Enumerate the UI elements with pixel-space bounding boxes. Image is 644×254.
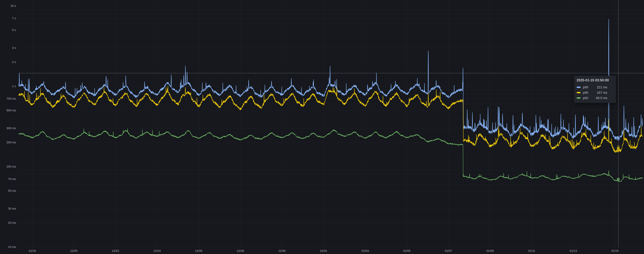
y-axis-label: 1 s — [0, 85, 16, 88]
x-axis-label: 01/15 — [611, 249, 618, 252]
tooltip-series-value: 69.5 ms — [596, 96, 613, 100]
x-axis-label: 01/09 — [486, 249, 494, 252]
x-axis-label: 01/05 — [403, 249, 410, 252]
p90-series-color-pill — [577, 92, 580, 93]
y-axis-label: 3 s — [0, 46, 16, 49]
y-axis-label: 5 s — [0, 28, 16, 31]
tooltip: 2025-01-15 03:50:00 p95 221 ms p90 167 m… — [574, 76, 616, 103]
tooltip-series-value: 221 ms — [597, 85, 613, 89]
x-axis-label: 01/11 — [528, 249, 535, 252]
y-axis-label: 50 ms — [0, 189, 16, 192]
hover-point-p50 — [617, 178, 620, 181]
tooltip-series-label: p90 — [583, 91, 597, 95]
y-axis-label: 300 ms — [0, 127, 16, 129]
crosshair-horizontal-line — [18, 73, 644, 73]
y-axis-label: 100 ms — [0, 165, 16, 168]
y-axis-label: 10 s — [0, 4, 16, 7]
x-axis-label: 12/30 — [278, 249, 286, 252]
hover-point-p95 — [617, 137, 620, 140]
y-axis-label: 7 s — [0, 17, 16, 20]
tooltip-series-value: 167 ms — [597, 91, 613, 95]
x-axis-label: 12/28 — [237, 249, 244, 252]
y-axis-label: 30 ms — [0, 207, 16, 210]
tooltip-row-p50: p50 69.5 ms — [577, 95, 613, 101]
chart-canvas[interactable] — [0, 0, 644, 254]
tooltip-timestamp: 2025-01-15 03:50:00 — [577, 78, 613, 82]
tooltip-row-p95: p95 221 ms — [577, 85, 613, 90]
x-axis-label: 01/07 — [445, 249, 452, 252]
x-axis-label: 01/13 — [570, 249, 577, 252]
y-axis-label: 70 ms — [0, 178, 16, 180]
y-axis-label: 20 ms — [0, 221, 16, 224]
y-axis-label: 200 ms — [0, 141, 16, 144]
x-axis-label: 12/24 — [154, 249, 161, 252]
timeseries-panel: 10 s7 s5 s3 s2 s1 s700 ms500 ms300 ms200… — [0, 0, 644, 254]
y-axis-label: 2 s — [0, 61, 16, 63]
tooltip-series-label: p95 — [583, 85, 597, 89]
crosshair-vertical-line — [618, 0, 618, 247]
y-axis-label: 500 ms — [0, 109, 16, 112]
x-axis-label: 01/03 — [362, 249, 369, 252]
x-axis-label: 12/20 — [70, 249, 78, 252]
tooltip-row-p90: p90 167 ms — [577, 90, 613, 95]
x-axis-label: 12/18 — [28, 249, 36, 252]
x-axis-label: 01/01 — [320, 249, 327, 252]
p95-series-color-pill — [577, 87, 580, 88]
x-axis-label: 12/26 — [195, 249, 202, 252]
y-axis-label: 700 ms — [0, 97, 16, 100]
p50-series-color-pill — [577, 97, 580, 99]
tooltip-series-label: p50 — [583, 96, 596, 100]
x-axis-label: 12/22 — [112, 249, 119, 252]
hover-point-p90 — [617, 147, 620, 150]
y-axis-label: 10 ms — [0, 246, 16, 248]
